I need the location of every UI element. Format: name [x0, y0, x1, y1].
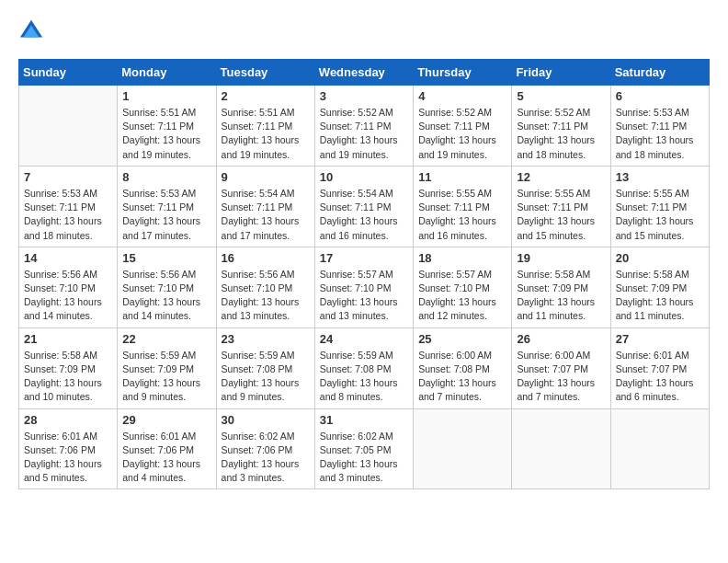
day-number: 3	[320, 89, 408, 103]
calendar-cell: 14Sunrise: 5:56 AMSunset: 7:10 PMDayligh…	[19, 247, 118, 327]
day-number: 29	[122, 413, 210, 427]
calendar-cell: 12Sunrise: 5:55 AMSunset: 7:11 PMDayligh…	[512, 166, 610, 247]
calendar-cell: 26Sunrise: 6:00 AMSunset: 7:07 PMDayligh…	[512, 327, 610, 408]
calendar-cell: 27Sunrise: 6:01 AMSunset: 7:07 PMDayligh…	[610, 327, 709, 408]
calendar-cell: 15Sunrise: 5:56 AMSunset: 7:10 PMDayligh…	[118, 247, 216, 327]
column-header-friday: Friday	[512, 60, 610, 86]
calendar-cell: 3Sunrise: 5:52 AMSunset: 7:11 PMDaylight…	[314, 86, 413, 167]
calendar-cell: 2Sunrise: 5:51 AMSunset: 7:11 PMDaylight…	[216, 86, 314, 167]
calendar-cell	[19, 86, 118, 167]
day-info: Sunrise: 5:57 AMSunset: 7:10 PMDaylight:…	[418, 268, 506, 324]
calendar-cell: 19Sunrise: 5:58 AMSunset: 7:09 PMDayligh…	[512, 247, 610, 327]
calendar-cell: 21Sunrise: 5:58 AMSunset: 7:09 PMDayligh…	[19, 327, 118, 408]
day-info: Sunrise: 5:58 AMSunset: 7:09 PMDaylight:…	[616, 268, 704, 324]
day-number: 4	[418, 89, 506, 103]
day-info: Sunrise: 6:01 AMSunset: 7:07 PMDaylight:…	[616, 349, 704, 405]
calendar-cell: 9Sunrise: 5:54 AMSunset: 7:11 PMDaylight…	[216, 166, 314, 247]
day-number: 20	[616, 251, 704, 265]
day-info: Sunrise: 6:00 AMSunset: 7:08 PMDaylight:…	[418, 349, 506, 405]
day-info: Sunrise: 5:55 AMSunset: 7:11 PMDaylight:…	[517, 187, 605, 243]
day-number: 23	[222, 332, 310, 346]
calendar-cell	[414, 408, 512, 489]
day-number: 26	[517, 332, 605, 346]
day-info: Sunrise: 5:54 AMSunset: 7:11 PMDaylight:…	[222, 187, 310, 243]
calendar-cell: 5Sunrise: 5:52 AMSunset: 7:11 PMDaylight…	[512, 86, 610, 167]
day-info: Sunrise: 5:58 AMSunset: 7:09 PMDaylight:…	[24, 349, 112, 405]
day-info: Sunrise: 5:56 AMSunset: 7:10 PMDaylight:…	[122, 268, 210, 324]
calendar-cell: 30Sunrise: 6:02 AMSunset: 7:06 PMDayligh…	[216, 408, 314, 489]
day-number: 7	[24, 170, 112, 184]
column-header-monday: Monday	[118, 60, 216, 86]
day-number: 27	[616, 332, 704, 346]
calendar-header-row: SundayMondayTuesdayWednesdayThursdayFrid…	[19, 60, 710, 86]
day-number: 13	[616, 170, 704, 184]
calendar-cell: 25Sunrise: 6:00 AMSunset: 7:08 PMDayligh…	[414, 327, 512, 408]
calendar-cell: 31Sunrise: 6:02 AMSunset: 7:05 PMDayligh…	[314, 408, 413, 489]
calendar-cell: 28Sunrise: 6:01 AMSunset: 7:06 PMDayligh…	[19, 408, 118, 489]
day-info: Sunrise: 5:51 AMSunset: 7:11 PMDaylight:…	[122, 106, 210, 162]
calendar-cell	[512, 408, 610, 489]
calendar-cell: 29Sunrise: 6:01 AMSunset: 7:06 PMDayligh…	[118, 408, 216, 489]
calendar-cell: 1Sunrise: 5:51 AMSunset: 7:11 PMDaylight…	[118, 86, 216, 167]
day-number: 9	[222, 170, 310, 184]
day-number: 31	[320, 413, 408, 427]
calendar-cell: 10Sunrise: 5:54 AMSunset: 7:11 PMDayligh…	[314, 166, 413, 247]
calendar-table: SundayMondayTuesdayWednesdayThursdayFrid…	[18, 59, 710, 489]
column-header-thursday: Thursday	[414, 60, 512, 86]
day-info: Sunrise: 6:01 AMSunset: 7:06 PMDaylight:…	[24, 430, 112, 486]
calendar-cell: 4Sunrise: 5:52 AMSunset: 7:11 PMDaylight…	[414, 86, 512, 167]
column-header-wednesday: Wednesday	[314, 60, 413, 86]
day-info: Sunrise: 6:01 AMSunset: 7:06 PMDaylight:…	[122, 430, 210, 486]
day-number: 1	[122, 89, 210, 103]
day-number: 11	[418, 170, 506, 184]
day-number: 19	[517, 251, 605, 265]
day-number: 6	[616, 89, 704, 103]
calendar-cell: 8Sunrise: 5:53 AMSunset: 7:11 PMDaylight…	[118, 166, 216, 247]
day-info: Sunrise: 5:55 AMSunset: 7:11 PMDaylight:…	[418, 187, 506, 243]
calendar-cell: 17Sunrise: 5:57 AMSunset: 7:10 PMDayligh…	[314, 247, 413, 327]
day-number: 2	[222, 89, 310, 103]
day-number: 15	[122, 251, 210, 265]
calendar-cell: 22Sunrise: 5:59 AMSunset: 7:09 PMDayligh…	[118, 327, 216, 408]
calendar-cell	[610, 408, 709, 489]
day-info: Sunrise: 5:52 AMSunset: 7:11 PMDaylight:…	[418, 106, 506, 162]
day-number: 28	[24, 413, 112, 427]
calendar-cell: 7Sunrise: 5:53 AMSunset: 7:11 PMDaylight…	[19, 166, 118, 247]
day-info: Sunrise: 5:56 AMSunset: 7:10 PMDaylight:…	[222, 268, 310, 324]
day-info: Sunrise: 5:57 AMSunset: 7:10 PMDaylight:…	[320, 268, 408, 324]
column-header-sunday: Sunday	[19, 60, 118, 86]
calendar-cell: 24Sunrise: 5:59 AMSunset: 7:08 PMDayligh…	[314, 327, 413, 408]
calendar-cell: 13Sunrise: 5:55 AMSunset: 7:11 PMDayligh…	[610, 166, 709, 247]
day-number: 12	[517, 170, 605, 184]
day-info: Sunrise: 5:52 AMSunset: 7:11 PMDaylight:…	[320, 106, 408, 162]
day-number: 14	[24, 251, 112, 265]
calendar-week-row: 7Sunrise: 5:53 AMSunset: 7:11 PMDaylight…	[19, 166, 710, 247]
day-number: 8	[122, 170, 210, 184]
calendar-week-row: 28Sunrise: 6:01 AMSunset: 7:06 PMDayligh…	[19, 408, 710, 489]
day-info: Sunrise: 5:56 AMSunset: 7:10 PMDaylight:…	[24, 268, 112, 324]
logo	[18, 18, 48, 44]
day-info: Sunrise: 5:55 AMSunset: 7:11 PMDaylight:…	[616, 187, 704, 243]
day-info: Sunrise: 5:51 AMSunset: 7:11 PMDaylight:…	[222, 106, 310, 162]
calendar-cell: 20Sunrise: 5:58 AMSunset: 7:09 PMDayligh…	[610, 247, 709, 327]
day-number: 25	[418, 332, 506, 346]
calendar-cell: 18Sunrise: 5:57 AMSunset: 7:10 PMDayligh…	[414, 247, 512, 327]
day-number: 30	[222, 413, 310, 427]
logo-icon	[18, 18, 44, 44]
day-number: 17	[320, 251, 408, 265]
day-info: Sunrise: 5:53 AMSunset: 7:11 PMDaylight:…	[24, 187, 112, 243]
day-info: Sunrise: 5:58 AMSunset: 7:09 PMDaylight:…	[517, 268, 605, 324]
day-info: Sunrise: 5:53 AMSunset: 7:11 PMDaylight:…	[616, 106, 704, 162]
calendar-cell: 11Sunrise: 5:55 AMSunset: 7:11 PMDayligh…	[414, 166, 512, 247]
day-info: Sunrise: 5:59 AMSunset: 7:08 PMDaylight:…	[222, 349, 310, 405]
calendar-cell: 6Sunrise: 5:53 AMSunset: 7:11 PMDaylight…	[610, 86, 709, 167]
day-info: Sunrise: 6:00 AMSunset: 7:07 PMDaylight:…	[517, 349, 605, 405]
day-info: Sunrise: 5:52 AMSunset: 7:11 PMDaylight:…	[517, 106, 605, 162]
calendar-week-row: 21Sunrise: 5:58 AMSunset: 7:09 PMDayligh…	[19, 327, 710, 408]
day-number: 5	[517, 89, 605, 103]
calendar-week-row: 14Sunrise: 5:56 AMSunset: 7:10 PMDayligh…	[19, 247, 710, 327]
column-header-saturday: Saturday	[610, 60, 709, 86]
column-header-tuesday: Tuesday	[216, 60, 314, 86]
day-number: 18	[418, 251, 506, 265]
day-info: Sunrise: 5:54 AMSunset: 7:11 PMDaylight:…	[320, 187, 408, 243]
